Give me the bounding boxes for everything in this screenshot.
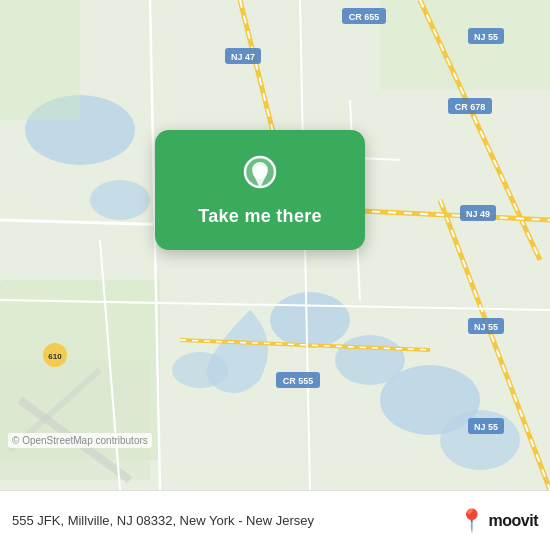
svg-text:CR 678: CR 678 [455,102,486,112]
svg-text:CR 655: CR 655 [349,12,380,22]
svg-text:NJ 49: NJ 49 [466,209,490,219]
location-pin-icon [238,154,282,198]
svg-text:NJ 55: NJ 55 [474,422,498,432]
svg-text:NJ 55: NJ 55 [474,322,498,332]
svg-text:NJ 47: NJ 47 [231,52,255,62]
moovit-logo: 📍 moovit [458,510,538,532]
address-text: 555 JFK, Millville, NJ 08332, New York -… [12,513,450,528]
svg-point-3 [270,292,350,348]
svg-text:NJ 55: NJ 55 [474,32,498,42]
svg-rect-10 [380,0,550,90]
map-attribution: © OpenStreetMap contributors [8,433,152,448]
bottom-bar: 555 JFK, Millville, NJ 08332, New York -… [0,490,550,550]
take-me-there-button[interactable]: Take me there [155,130,365,250]
moovit-pin-icon: 📍 [458,510,485,532]
svg-rect-11 [0,360,150,480]
moovit-brand-text: moovit [489,512,538,530]
svg-point-2 [90,180,150,220]
svg-text:CR 555: CR 555 [283,376,314,386]
map-container: CR 655 NJ 47 NJ 55 CR 678 NJ 49 698 610 … [0,0,550,490]
button-label: Take me there [198,206,322,227]
svg-rect-9 [0,0,80,120]
svg-text:610: 610 [48,352,62,361]
